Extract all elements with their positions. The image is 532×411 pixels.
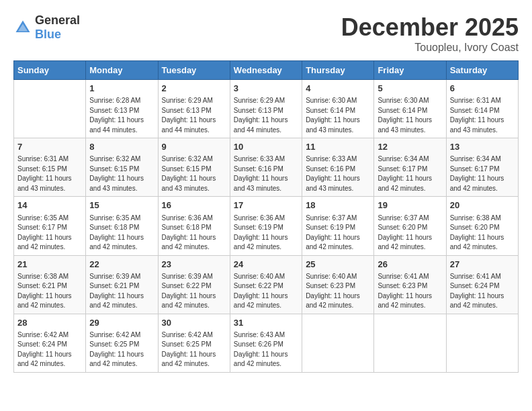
- cell-info: Sunrise: 6:29 AMSunset: 6:13 PMDaylight:…: [234, 96, 298, 135]
- day-number: 1: [89, 83, 154, 95]
- day-number: 23: [162, 259, 226, 271]
- logo-general: General: [35, 13, 80, 27]
- cell-info: Sunrise: 6:32 AMSunset: 6:15 PMDaylight:…: [162, 154, 226, 193]
- calendar-cell: 11Sunrise: 6:33 AMSunset: 6:16 PMDayligh…: [302, 138, 374, 197]
- day-number: 21: [17, 259, 82, 271]
- title-block: December 2025 Touopleu, Ivory Coast: [341, 13, 519, 54]
- cell-info: Sunrise: 6:41 AMSunset: 6:23 PMDaylight:…: [378, 272, 442, 311]
- cell-info: Sunrise: 6:42 AMSunset: 6:25 PMDaylight:…: [162, 330, 226, 369]
- header-saturday: Saturday: [446, 61, 518, 80]
- calendar-cell: 27Sunrise: 6:41 AMSunset: 6:24 PMDayligh…: [446, 255, 518, 314]
- day-number: 19: [378, 199, 442, 212]
- calendar-cell: 7Sunrise: 6:31 AMSunset: 6:15 PMDaylight…: [14, 138, 86, 197]
- calendar-week-2: 7Sunrise: 6:31 AMSunset: 6:15 PMDaylight…: [14, 138, 519, 197]
- day-number: 24: [234, 259, 298, 271]
- logo-icon: [13, 18, 32, 37]
- logo-blue: Blue: [35, 28, 61, 41]
- cell-info: Sunrise: 6:28 AMSunset: 6:13 PMDaylight:…: [89, 96, 154, 135]
- day-number: 27: [450, 259, 515, 271]
- calendar-cell: 30Sunrise: 6:42 AMSunset: 6:25 PMDayligh…: [158, 314, 230, 372]
- cell-info: Sunrise: 6:40 AMSunset: 6:22 PMDaylight:…: [234, 272, 298, 311]
- cell-info: Sunrise: 6:41 AMSunset: 6:24 PMDaylight:…: [450, 272, 515, 311]
- day-number: 14: [17, 199, 82, 212]
- day-number: 29: [89, 317, 154, 329]
- logo: General Blue: [13, 13, 80, 42]
- day-number: 9: [162, 141, 226, 153]
- header-thursday: Thursday: [302, 61, 374, 80]
- day-number: 7: [17, 141, 82, 153]
- calendar-cell: 13Sunrise: 6:34 AMSunset: 6:17 PMDayligh…: [446, 138, 518, 197]
- header-friday: Friday: [374, 61, 446, 80]
- calendar-cell: 21Sunrise: 6:38 AMSunset: 6:21 PMDayligh…: [14, 255, 86, 314]
- day-number: 11: [306, 141, 370, 153]
- calendar-cell: 15Sunrise: 6:35 AMSunset: 6:18 PMDayligh…: [86, 197, 158, 255]
- day-number: 15: [89, 199, 154, 212]
- cell-info: Sunrise: 6:29 AMSunset: 6:13 PMDaylight:…: [162, 96, 226, 135]
- cell-info: Sunrise: 6:34 AMSunset: 6:17 PMDaylight:…: [450, 154, 515, 193]
- calendar-week-3: 14Sunrise: 6:35 AMSunset: 6:17 PMDayligh…: [14, 197, 519, 255]
- calendar-cell: 10Sunrise: 6:33 AMSunset: 6:16 PMDayligh…: [230, 138, 302, 197]
- cell-info: Sunrise: 6:38 AMSunset: 6:21 PMDaylight:…: [17, 272, 82, 311]
- header-sunday: Sunday: [14, 61, 86, 80]
- calendar-cell: 4Sunrise: 6:30 AMSunset: 6:14 PMDaylight…: [302, 80, 374, 138]
- logo-text: General Blue: [35, 13, 80, 42]
- calendar-cell: 14Sunrise: 6:35 AMSunset: 6:17 PMDayligh…: [14, 197, 86, 255]
- calendar-cell: [14, 80, 86, 138]
- calendar-cell: 19Sunrise: 6:37 AMSunset: 6:20 PMDayligh…: [374, 197, 446, 255]
- cell-info: Sunrise: 6:43 AMSunset: 6:26 PMDaylight:…: [234, 330, 298, 369]
- header-monday: Monday: [86, 61, 158, 80]
- calendar-body: 1Sunrise: 6:28 AMSunset: 6:13 PMDaylight…: [14, 80, 519, 373]
- day-number: 30: [162, 317, 226, 329]
- cell-info: Sunrise: 6:33 AMSunset: 6:16 PMDaylight:…: [234, 154, 298, 193]
- calendar-cell: 23Sunrise: 6:39 AMSunset: 6:22 PMDayligh…: [158, 255, 230, 314]
- cell-info: Sunrise: 6:38 AMSunset: 6:20 PMDaylight:…: [450, 214, 515, 253]
- calendar-cell: 20Sunrise: 6:38 AMSunset: 6:20 PMDayligh…: [446, 197, 518, 255]
- day-number: 31: [234, 317, 298, 329]
- day-number: 12: [378, 141, 442, 153]
- calendar-cell: 2Sunrise: 6:29 AMSunset: 6:13 PMDaylight…: [158, 80, 230, 138]
- cell-info: Sunrise: 6:31 AMSunset: 6:15 PMDaylight:…: [17, 154, 82, 193]
- day-number: 10: [234, 141, 298, 153]
- calendar-cell: 31Sunrise: 6:43 AMSunset: 6:26 PMDayligh…: [230, 314, 302, 372]
- calendar-cell: 8Sunrise: 6:32 AMSunset: 6:15 PMDaylight…: [86, 138, 158, 197]
- cell-info: Sunrise: 6:35 AMSunset: 6:17 PMDaylight:…: [17, 214, 82, 253]
- calendar-cell: 6Sunrise: 6:31 AMSunset: 6:14 PMDaylight…: [446, 80, 518, 138]
- day-number: 13: [450, 141, 515, 153]
- calendar-cell: 9Sunrise: 6:32 AMSunset: 6:15 PMDaylight…: [158, 138, 230, 197]
- calendar-header-row: SundayMondayTuesdayWednesdayThursdayFrid…: [14, 61, 519, 80]
- day-number: 16: [162, 199, 226, 212]
- cell-info: Sunrise: 6:42 AMSunset: 6:25 PMDaylight:…: [89, 330, 154, 369]
- calendar-week-5: 28Sunrise: 6:42 AMSunset: 6:24 PMDayligh…: [14, 314, 519, 372]
- calendar-cell: 5Sunrise: 6:30 AMSunset: 6:14 PMDaylight…: [374, 80, 446, 138]
- cell-info: Sunrise: 6:32 AMSunset: 6:15 PMDaylight:…: [89, 154, 154, 193]
- calendar-cell: 26Sunrise: 6:41 AMSunset: 6:23 PMDayligh…: [374, 255, 446, 314]
- cell-info: Sunrise: 6:34 AMSunset: 6:17 PMDaylight:…: [378, 154, 442, 193]
- page-header: General Blue December 2025 Touopleu, Ivo…: [13, 13, 519, 54]
- cell-info: Sunrise: 6:39 AMSunset: 6:21 PMDaylight:…: [89, 272, 154, 311]
- calendar-week-1: 1Sunrise: 6:28 AMSunset: 6:13 PMDaylight…: [14, 80, 519, 138]
- day-number: 22: [89, 259, 154, 271]
- calendar-cell: 1Sunrise: 6:28 AMSunset: 6:13 PMDaylight…: [86, 80, 158, 138]
- calendar-cell: 3Sunrise: 6:29 AMSunset: 6:13 PMDaylight…: [230, 80, 302, 138]
- calendar-cell: 17Sunrise: 6:36 AMSunset: 6:19 PMDayligh…: [230, 197, 302, 255]
- day-number: 6: [450, 83, 515, 95]
- cell-info: Sunrise: 6:30 AMSunset: 6:14 PMDaylight:…: [306, 96, 370, 135]
- calendar-cell: 16Sunrise: 6:36 AMSunset: 6:18 PMDayligh…: [158, 197, 230, 255]
- day-number: 17: [234, 199, 298, 212]
- month-title: December 2025: [341, 13, 519, 42]
- cell-info: Sunrise: 6:40 AMSunset: 6:23 PMDaylight:…: [306, 272, 370, 311]
- cell-info: Sunrise: 6:36 AMSunset: 6:18 PMDaylight:…: [162, 214, 226, 253]
- cell-info: Sunrise: 6:35 AMSunset: 6:18 PMDaylight:…: [89, 214, 154, 253]
- cell-info: Sunrise: 6:37 AMSunset: 6:20 PMDaylight:…: [378, 214, 442, 253]
- header-wednesday: Wednesday: [230, 61, 302, 80]
- location-title: Touopleu, Ivory Coast: [341, 42, 519, 54]
- day-number: 25: [306, 259, 370, 271]
- cell-info: Sunrise: 6:42 AMSunset: 6:24 PMDaylight:…: [17, 330, 82, 369]
- cell-info: Sunrise: 6:33 AMSunset: 6:16 PMDaylight:…: [306, 154, 370, 193]
- cell-info: Sunrise: 6:36 AMSunset: 6:19 PMDaylight:…: [234, 214, 298, 253]
- day-number: 2: [162, 83, 226, 95]
- calendar-week-4: 21Sunrise: 6:38 AMSunset: 6:21 PMDayligh…: [14, 255, 519, 314]
- day-number: 18: [306, 199, 370, 212]
- calendar-table: SundayMondayTuesdayWednesdayThursdayFrid…: [13, 60, 519, 373]
- day-number: 5: [378, 83, 442, 95]
